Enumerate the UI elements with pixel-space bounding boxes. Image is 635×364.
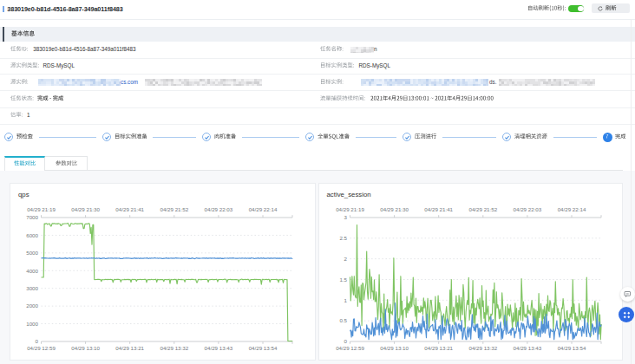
svg-text:04/29 13:10: 04/29 13:10 [71, 345, 100, 351]
svg-text:04/29 13:10: 04/29 13:10 [380, 345, 409, 351]
svg-text:04/29 21:41: 04/29 21:41 [115, 206, 144, 212]
svg-text:04/29 21:52: 04/29 21:52 [468, 206, 497, 212]
svg-text:04/29 21:19: 04/29 21:19 [27, 206, 56, 212]
svg-text:04/29 22:03: 04/29 22:03 [205, 206, 233, 212]
svg-text:04/29 13:32: 04/29 13:32 [468, 345, 497, 351]
svg-text:04/29 22:14: 04/29 22:14 [557, 206, 586, 212]
svg-text:6000: 6000 [26, 232, 38, 238]
svg-text:04/29 21:19: 04/29 21:19 [336, 206, 364, 212]
svg-text:04/29 22:14: 04/29 22:14 [249, 206, 278, 212]
svg-text:04/29 21:41: 04/29 21:41 [424, 206, 453, 212]
svg-text:0.5: 0.5 [339, 317, 347, 323]
svg-text:04/29 13:43: 04/29 13:43 [513, 345, 541, 351]
svg-text:0: 0 [344, 338, 347, 344]
svg-text:1000: 1000 [26, 321, 38, 327]
svg-text:2.5: 2.5 [339, 235, 347, 241]
svg-text:3: 3 [344, 214, 347, 220]
svg-text:3000: 3000 [26, 285, 38, 291]
svg-text:1.5: 1.5 [339, 276, 347, 283]
svg-text:04/29 13:43: 04/29 13:43 [205, 345, 233, 351]
svg-text:7000: 7000 [26, 214, 38, 220]
svg-text:04/29 21:30: 04/29 21:30 [380, 206, 409, 212]
svg-text:1: 1 [344, 297, 347, 303]
svg-text:04/29 13:32: 04/29 13:32 [160, 345, 188, 351]
svg-text:04/29 22:03: 04/29 22:03 [513, 206, 541, 212]
svg-text:4000: 4000 [26, 268, 38, 274]
svg-text:04/29 12:59: 04/29 12:59 [27, 345, 56, 351]
svg-text:04/29 13:21: 04/29 13:21 [115, 345, 144, 351]
svg-text:04/29 21:52: 04/29 21:52 [160, 206, 188, 212]
svg-text:2: 2 [344, 256, 347, 262]
svg-text:2000: 2000 [26, 302, 38, 309]
svg-text:0: 0 [36, 338, 39, 344]
svg-text:04/29 13:54: 04/29 13:54 [249, 345, 278, 351]
svg-text:04/29 13:54: 04/29 13:54 [557, 345, 586, 351]
svg-text:04/29 13:21: 04/29 13:21 [424, 345, 453, 351]
svg-text:04/29 21:30: 04/29 21:30 [71, 206, 100, 212]
svg-text:04/29 12:59: 04/29 12:59 [336, 345, 364, 351]
svg-text:5000: 5000 [26, 250, 38, 256]
